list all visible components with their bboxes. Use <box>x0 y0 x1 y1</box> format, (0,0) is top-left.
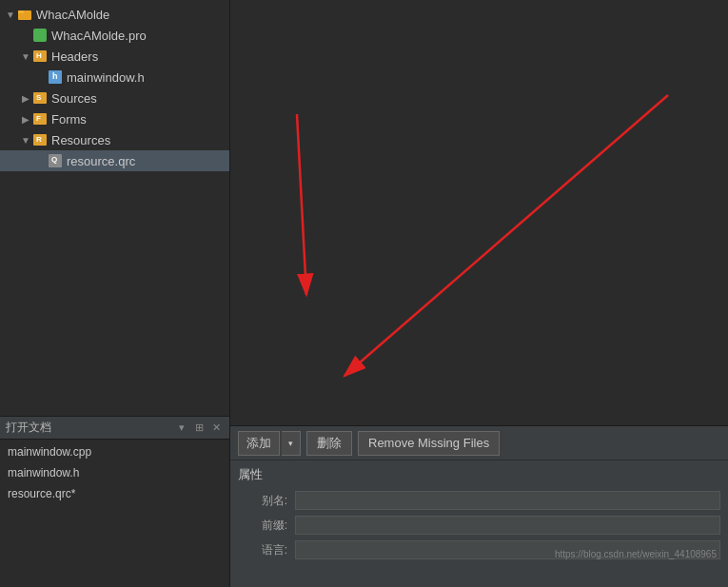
remove-missing-button[interactable]: Remove Missing Files <box>358 431 500 456</box>
doc-label-resource-qrc: resource.qrc* <box>8 487 75 500</box>
tree-item-root[interactable]: WhacAMolde <box>0 4 229 25</box>
remove-missing-label: Remove Missing Files <box>368 436 489 450</box>
new-window-icon[interactable]: ⊞ <box>191 421 207 436</box>
tree-arrow-sources <box>19 91 32 105</box>
tree-label-sources: Sources <box>51 91 97 106</box>
svg-rect-1 <box>18 10 24 13</box>
tree-arrow-qrc <box>34 154 48 167</box>
watermark: https://blog.csdn.net/weixin_44108965 <box>555 549 717 559</box>
properties-section: 属性 别名: 前缀: 语言: https://blog.csdn.net/wei… <box>230 460 728 587</box>
open-docs-header: 打开文档 ▾ ⊞ ✕ <box>0 417 229 440</box>
editor-area <box>230 0 728 425</box>
tree-item-mainwindow-h[interactable]: mainwindow.h <box>0 67 229 88</box>
language-label: 语言: <box>238 542 295 558</box>
language-row: 语言: https://blog.csdn.net/weixin_4410896… <box>238 538 720 561</box>
tree-arrow-headers <box>19 49 32 63</box>
doc-label-mainwindow-cpp: mainwindow.cpp <box>8 445 91 459</box>
folder-resources-icon <box>32 132 48 147</box>
tree-arrow-forms <box>19 112 32 126</box>
tree-item-pro[interactable]: WhacAMolde.pro <box>0 25 229 46</box>
pin-icon[interactable]: ▾ <box>174 421 189 436</box>
doc-label-mainwindow-h: mainwindow.h <box>8 466 79 479</box>
tree-label-pro: WhacAMolde.pro <box>51 29 147 43</box>
docs-list: mainwindow.cpp mainwindow.h resource.qrc… <box>0 440 229 506</box>
delete-button[interactable]: 删除 <box>306 431 352 456</box>
open-docs-panel: 打开文档 ▾ ⊞ ✕ mainwindow.cpp mainwindow.h r… <box>0 416 229 587</box>
tree-item-forms[interactable]: Forms <box>0 108 229 129</box>
project-tree: WhacAMolde WhacAMolde.pro Headers mainwi… <box>0 0 229 416</box>
svg-line-4 <box>297 114 306 295</box>
alias-row: 别名: <box>238 489 720 512</box>
h-file-icon <box>48 69 63 85</box>
tree-item-headers[interactable]: Headers <box>0 46 229 67</box>
tree-item-sources[interactable]: Sources <box>0 88 229 108</box>
resource-editor: 添加 ▾ 删除 Remove Missing Files 属性 别名: 前缀: <box>230 425 728 587</box>
tree-label-mainwindow-h: mainwindow.h <box>67 70 145 85</box>
tree-item-resource-qrc[interactable]: resource.qrc <box>0 150 229 171</box>
folder-icon <box>17 7 32 22</box>
pro-icon <box>32 28 48 43</box>
right-panel: 添加 ▾ 删除 Remove Missing Files 属性 别名: 前缀: <box>230 0 728 587</box>
tree-label-qrc: resource.qrc <box>67 154 135 168</box>
prefix-label: 前缀: <box>238 518 295 534</box>
prefix-row: 前缀: <box>238 514 720 537</box>
tree-arrow-pro <box>19 29 32 42</box>
add-button[interactable]: 添加 <box>238 431 280 456</box>
resource-toolbar: 添加 ▾ 删除 Remove Missing Files <box>230 426 728 460</box>
properties-title: 属性 <box>238 466 720 483</box>
folder-forms-icon <box>32 111 48 127</box>
doc-item-resource-qrc[interactable]: resource.qrc* <box>0 483 229 504</box>
open-docs-title: 打开文档 <box>6 420 51 436</box>
folder-headers-icon <box>32 49 48 64</box>
doc-item-mainwindow-cpp[interactable]: mainwindow.cpp <box>0 441 229 462</box>
tree-label-resources: Resources <box>51 133 110 147</box>
prefix-input[interactable] <box>295 516 720 535</box>
arrows-overlay <box>230 0 728 425</box>
add-dropdown-button[interactable]: ▾ <box>282 431 301 456</box>
add-button-label: 添加 <box>246 435 271 452</box>
close-panel-icon[interactable]: ✕ <box>208 421 224 436</box>
delete-button-label: 删除 <box>317 436 342 450</box>
tree-arrow-mainwindow-h <box>34 70 48 84</box>
tree-label-forms: Forms <box>51 112 87 127</box>
tree-item-resources[interactable]: Resources <box>0 129 229 150</box>
dropdown-arrow-icon: ▾ <box>288 439 293 448</box>
qrc-icon <box>48 153 63 168</box>
doc-item-mainwindow-h[interactable]: mainwindow.h <box>0 462 229 483</box>
tree-arrow-resources <box>19 133 32 147</box>
open-docs-header-left: 打开文档 <box>6 420 51 436</box>
tree-label-root: WhacAMolde <box>36 8 109 22</box>
alias-input[interactable] <box>295 491 720 510</box>
tree-label-headers: Headers <box>51 49 98 64</box>
svg-line-5 <box>344 95 668 376</box>
folder-sources-icon <box>32 90 48 106</box>
tree-arrow-root <box>4 8 17 21</box>
open-docs-icons: ▾ ⊞ ✕ <box>174 421 224 436</box>
alias-label: 别名: <box>238 493 295 509</box>
left-panel: WhacAMolde WhacAMolde.pro Headers mainwi… <box>0 0 230 587</box>
